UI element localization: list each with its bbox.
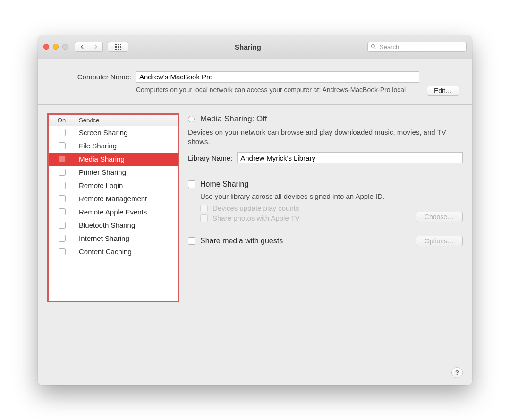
service-label: Media Sharing [75, 155, 125, 163]
service-label: File Sharing [75, 142, 117, 150]
home-sharing-label: Home Sharing [200, 180, 248, 189]
forward-button[interactable] [89, 42, 103, 52]
search-icon [371, 44, 376, 50]
share-guests-checkbox[interactable] [188, 237, 196, 245]
service-remote-login[interactable]: Remote Login [49, 179, 178, 192]
options-button: Options… [416, 236, 463, 246]
service-bluetooth-sharing[interactable]: Bluetooth Sharing [49, 219, 178, 232]
services-list: Screen Sharing File Sharing Media Sharin… [49, 126, 178, 301]
nav-buttons [75, 42, 103, 52]
status-label: Media Sharing: Off [200, 114, 267, 124]
svg-line-1 [374, 48, 376, 49]
checkbox[interactable] [59, 235, 66, 242]
computer-name-description: Computers on your local network can acce… [136, 86, 417, 94]
close-window-icon[interactable] [43, 44, 49, 50]
column-service: Service [75, 117, 99, 124]
chevron-left-icon [80, 44, 85, 49]
service-label: Printer Sharing [75, 168, 126, 176]
checkbox[interactable] [59, 155, 66, 163]
computer-name-label: Computer Name: [51, 73, 131, 81]
play-counts-checkbox [200, 205, 208, 212]
service-label: Content Caching [75, 248, 132, 256]
service-label: Bluetooth Sharing [75, 221, 135, 229]
sharing-preferences-window: Sharing Computer Name: Computers on your… [38, 35, 472, 385]
checkbox[interactable] [59, 222, 66, 229]
grid-icon [115, 44, 121, 50]
column-on: On [49, 117, 75, 124]
status-description: Devices on your network can browse and p… [188, 128, 463, 147]
computer-name-input[interactable] [136, 71, 419, 83]
service-details: Media Sharing: Off Devices on your netwo… [188, 113, 463, 376]
choose-button: Choose… [416, 212, 463, 222]
checkbox[interactable] [59, 129, 66, 136]
checkbox[interactable] [59, 208, 66, 215]
library-name-input[interactable] [237, 152, 463, 163]
service-printer-sharing[interactable]: Printer Sharing [49, 166, 178, 179]
service-label: Remote Management [75, 195, 147, 203]
search-field[interactable] [367, 42, 467, 52]
svg-point-0 [372, 45, 375, 48]
search-input[interactable] [379, 43, 463, 51]
service-remote-apple-events[interactable]: Remote Apple Events [49, 206, 178, 219]
checkbox[interactable] [59, 182, 66, 189]
home-sharing-checkbox[interactable] [188, 180, 196, 188]
service-remote-management[interactable]: Remote Management [49, 192, 178, 206]
zoom-window-icon [62, 44, 68, 50]
computer-name-section: Computer Name: Computers on your local n… [38, 59, 472, 105]
show-all-button[interactable] [108, 42, 128, 52]
status-indicator-icon [188, 116, 195, 122]
help-button[interactable]: ? [451, 367, 463, 378]
checkbox[interactable] [59, 142, 66, 149]
titlebar: Sharing [38, 35, 472, 59]
play-counts-label: Devices update play counts [212, 204, 299, 212]
service-label: Remote Login [75, 181, 123, 189]
separator [188, 229, 463, 229]
service-content-caching[interactable]: Content Caching [49, 245, 178, 258]
checkbox[interactable] [59, 195, 66, 202]
service-screen-sharing[interactable]: Screen Sharing [49, 126, 178, 139]
service-internet-sharing[interactable]: Internet Sharing [49, 232, 178, 245]
services-header: On Service [49, 115, 178, 126]
window-title: Sharing [133, 43, 363, 51]
service-media-sharing[interactable]: Media Sharing [49, 153, 178, 166]
checkbox[interactable] [59, 169, 66, 176]
window-controls [43, 44, 68, 50]
sharing-body: On Service Screen Sharing File Sharing M… [38, 105, 472, 385]
home-sharing-description: Use your library across all devices sign… [200, 192, 384, 200]
edit-hostname-button[interactable]: Edit… [427, 86, 459, 96]
services-table: On Service Screen Sharing File Sharing M… [47, 113, 179, 302]
back-button[interactable] [75, 42, 89, 52]
service-file-sharing[interactable]: File Sharing [49, 139, 178, 153]
service-label: Internet Sharing [75, 234, 129, 242]
minimize-window-icon[interactable] [53, 44, 59, 50]
checkbox[interactable] [59, 248, 66, 255]
chevron-right-icon [94, 44, 98, 49]
library-name-label: Library Name: [188, 154, 232, 162]
service-label: Screen Sharing [75, 129, 128, 137]
separator [188, 171, 463, 171]
share-guests-label: Share media with guests [200, 237, 283, 245]
service-label: Remote Apple Events [75, 208, 147, 216]
